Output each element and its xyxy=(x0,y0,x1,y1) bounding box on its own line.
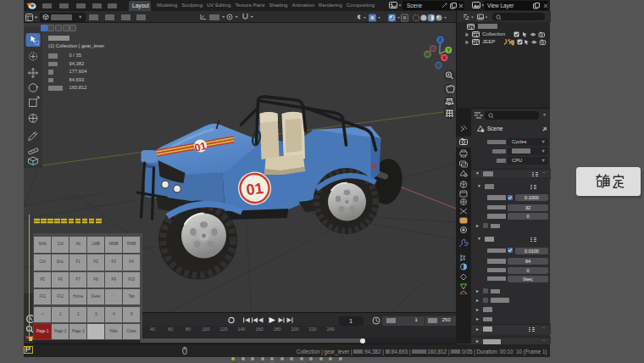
svg-text:Y: Y xyxy=(447,47,450,53)
svg-text:X: X xyxy=(442,55,446,60)
svg-text:Z: Z xyxy=(438,37,441,42)
svg-text:01: 01 xyxy=(245,180,264,199)
